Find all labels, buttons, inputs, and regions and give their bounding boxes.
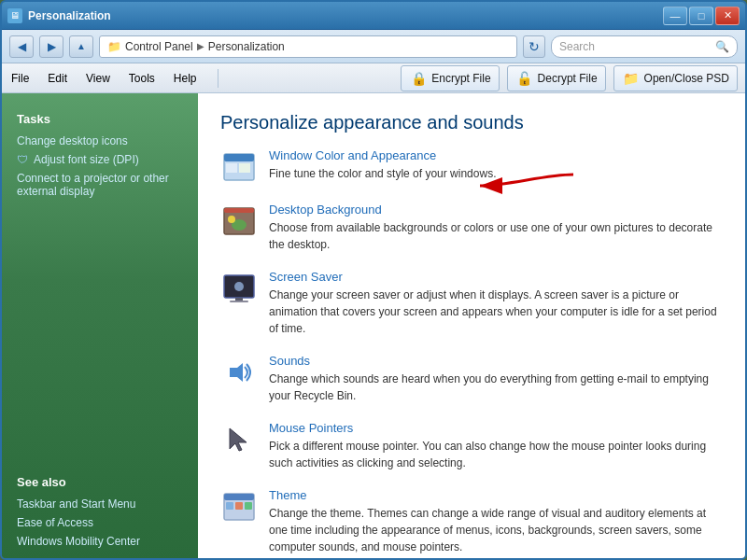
svg-rect-17 <box>226 502 233 510</box>
svg-point-8 <box>228 216 235 223</box>
sidebar-item-adjust-font-size[interactable]: 🛡 Adjust font size (DPI) <box>2 150 198 169</box>
tasks-title: Tasks <box>2 105 198 132</box>
minimize-button[interactable]: — <box>663 7 687 25</box>
address-child: Personalization <box>208 40 285 53</box>
mouse-pointers-link[interactable]: Mouse Pointers <box>269 421 723 435</box>
titlebar-left: 🖥 Personalization <box>7 8 111 23</box>
sounds-desc: Change which sounds are heard when you d… <box>269 372 709 402</box>
menu-help[interactable]: Help <box>172 68 199 89</box>
content-area: Personalize appearance and sounds Window… <box>198 93 745 560</box>
titlebar-controls: — □ ✕ <box>663 7 740 25</box>
decrypt-file-button[interactable]: 🔓 Decrypt File <box>507 65 606 91</box>
window-color-text: Window Color and Appearance Fine tune th… <box>269 148 723 182</box>
address-separator: ▶ <box>197 41 204 51</box>
theme-text: Theme Change the theme. Themes can chang… <box>269 488 723 555</box>
sidebar-item-change-desktop-icons[interactable]: Change desktop icons <box>2 132 198 150</box>
svg-rect-2 <box>226 163 237 173</box>
svg-rect-6 <box>224 208 254 213</box>
titlebar: 🖥 Personalization — □ ✕ <box>2 2 745 30</box>
menu-file[interactable]: File <box>9 68 31 89</box>
screen-saver-icon <box>220 270 258 307</box>
address-box[interactable]: 📁 Control Panel ▶ Personalization <box>99 35 517 58</box>
setting-screen-saver: Screen Saver Change your screen saver or… <box>220 270 723 337</box>
theme-desc: Change the theme. Themes can change a wi… <box>269 507 706 553</box>
svg-rect-1 <box>224 154 254 161</box>
svg-rect-18 <box>235 502 243 510</box>
window-color-link[interactable]: Window Color and Appearance <box>269 148 723 162</box>
mouse-pointers-desc: Pick a different mouse pointer. You can … <box>269 440 706 469</box>
open-close-psd-button[interactable]: 📁 Open/Close PSD <box>613 65 738 91</box>
svg-rect-19 <box>245 502 252 510</box>
screen-saver-text: Screen Saver Change your screen saver or… <box>269 270 723 337</box>
sidebar-item-windows-mobility[interactable]: Windows Mobility Center <box>2 532 198 551</box>
svg-rect-10 <box>235 298 243 301</box>
forward-button[interactable]: ▶ <box>39 35 63 58</box>
theme-icon <box>220 488 258 525</box>
encrypt-label: Encrypt File <box>431 72 490 85</box>
decrypt-icon: 🔓 <box>515 69 534 88</box>
svg-point-12 <box>234 282 244 291</box>
menu-edit[interactable]: Edit <box>46 68 69 89</box>
desktop-background-text: Desktop Background Choose from available… <box>269 203 723 253</box>
svg-rect-3 <box>239 163 250 173</box>
back-button[interactable]: ◀ <box>9 35 34 58</box>
svg-rect-16 <box>224 494 254 500</box>
search-icon: 🔍 <box>715 40 729 53</box>
address-icon: 📁 <box>107 40 121 53</box>
setting-theme: Theme Change the theme. Themes can chang… <box>220 488 723 555</box>
menu-tools[interactable]: Tools <box>127 68 157 89</box>
open-close-icon: 📁 <box>622 69 641 88</box>
decrypt-label: Decrypt File <box>538 72 598 85</box>
sounds-link[interactable]: Sounds <box>269 354 723 368</box>
window-color-icon <box>220 148 258 186</box>
menu-toolbar: File Edit View Tools Help 🔒 Encrypt File… <box>2 63 745 93</box>
encrypt-file-button[interactable]: 🔒 Encrypt File <box>401 65 499 91</box>
address-path: Control Panel <box>125 40 193 53</box>
sidebar-item-connect-projector[interactable]: Connect to a projector or other external… <box>2 169 198 201</box>
desktop-background-desc: Choose from available backgrounds or col… <box>269 221 712 251</box>
content-title: Personalize appearance and sounds <box>220 112 723 133</box>
sounds-icon <box>220 354 258 391</box>
up-button[interactable]: ▲ <box>69 35 93 58</box>
svg-marker-13 <box>230 363 243 382</box>
mouse-pointers-text: Mouse Pointers Pick a different mouse po… <box>269 421 723 471</box>
window-icon: 🖥 <box>7 8 22 23</box>
sidebar-item-ease-of-access[interactable]: Ease of Access <box>2 513 198 532</box>
titlebar-title: Personalization <box>28 9 111 22</box>
menu-view[interactable]: View <box>84 68 112 89</box>
mouse-pointers-icon <box>220 421 258 458</box>
sounds-text: Sounds Change which sounds are heard whe… <box>269 354 723 404</box>
setting-sounds: Sounds Change which sounds are heard whe… <box>220 354 723 404</box>
sidebar-item-taskbar-start[interactable]: Taskbar and Start Menu <box>2 495 198 513</box>
toolbar-actions: 🔒 Encrypt File 🔓 Decrypt File 📁 Open/Clo… <box>401 65 738 91</box>
see-also-title: See also <box>2 460 198 495</box>
close-button[interactable]: ✕ <box>715 7 740 25</box>
open-close-label: Open/Close PSD <box>644 72 729 85</box>
desktop-background-icon <box>220 203 258 240</box>
theme-link[interactable]: Theme <box>269 488 723 502</box>
addressbar: ◀ ▶ ▲ 📁 Control Panel ▶ Personalization … <box>2 30 745 63</box>
search-box[interactable]: Search 🔍 <box>551 35 738 58</box>
encrypt-icon: 🔒 <box>409 69 428 88</box>
setting-window-color: Window Color and Appearance Fine tune th… <box>220 148 723 186</box>
refresh-button[interactable]: ↻ <box>523 35 545 58</box>
setting-mouse-pointers: Mouse Pointers Pick a different mouse po… <box>220 421 723 471</box>
svg-marker-14 <box>230 428 247 451</box>
search-label: Search <box>559 40 595 53</box>
screen-saver-link[interactable]: Screen Saver <box>269 270 723 284</box>
shield-icon: 🛡 <box>17 153 28 166</box>
toolbar-divider <box>218 69 218 88</box>
setting-desktop-background: Desktop Background Choose from available… <box>220 203 723 253</box>
sidebar: Tasks Change desktop icons 🛡 Adjust font… <box>2 93 198 560</box>
maximize-button[interactable]: □ <box>689 7 713 25</box>
desktop-background-link[interactable]: Desktop Background <box>269 203 723 217</box>
main-area: Tasks Change desktop icons 🛡 Adjust font… <box>2 93 745 560</box>
window-color-desc: Fine tune the color and style of your wi… <box>269 167 496 180</box>
screen-saver-desc: Change your screen saver or adjust when … <box>269 288 717 335</box>
svg-rect-11 <box>230 301 248 302</box>
